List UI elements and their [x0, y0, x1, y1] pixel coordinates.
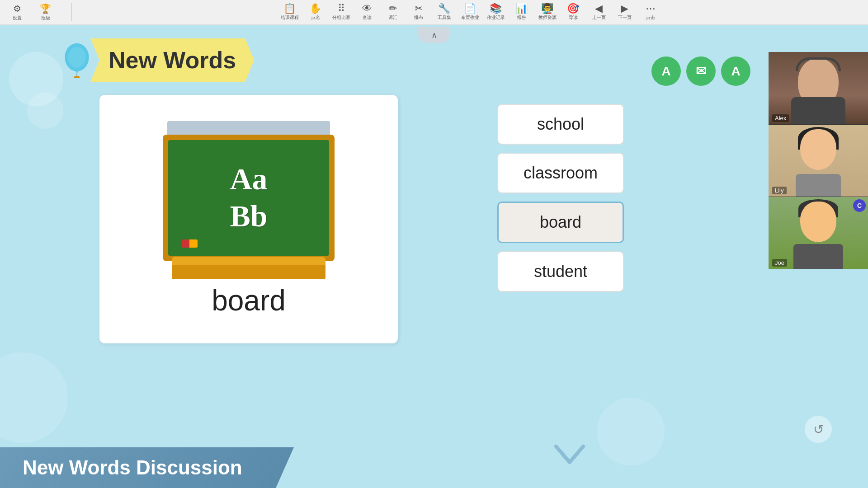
prev-button[interactable]: ◀ 上一页	[586, 1, 611, 23]
prev-icon: ◀	[595, 4, 603, 14]
next-icon: ▶	[621, 4, 628, 14]
video-panels: Alex Lily C Joe	[769, 52, 868, 269]
bottom-banner-text: New Words Discussion	[23, 456, 242, 479]
word-btn-school[interactable]: school	[497, 104, 624, 145]
joe-shirt	[793, 244, 843, 269]
balloon-icon	[59, 42, 95, 78]
read-button[interactable]: 👁 查读	[354, 1, 379, 23]
arrange-label: 排布	[414, 14, 423, 21]
scroll-icon: ↺	[813, 422, 824, 437]
banner-title: New Words	[108, 47, 236, 73]
chalk-eraser	[182, 239, 198, 248]
toolbar-center: 📋 结课课程 ✋ 点名 ⠿ 分组比赛 👁 查读 ✏ 词汇 ✂ 排布 🔧 工具集 …	[76, 1, 863, 23]
deco-circle-3	[0, 352, 68, 443]
arrange-button[interactable]: ✂ 排布	[406, 1, 431, 23]
avatar-label-a1: A	[661, 64, 670, 79]
assign-icon: 📄	[464, 4, 476, 14]
deco-circle-2	[27, 93, 63, 129]
group-icon: ⠿	[338, 4, 345, 14]
alex-headphones	[796, 57, 841, 71]
word-icon: ✏	[389, 4, 397, 14]
level-icon: 🏆	[40, 3, 51, 14]
lily-shirt	[796, 174, 841, 197]
video-panel-joe[interactable]: C Joe	[769, 197, 868, 269]
settings-icon: ⚙	[13, 3, 21, 14]
avatar-user-a1[interactable]: A	[651, 56, 681, 86]
homework-icon: 📚	[490, 4, 502, 14]
lily-face	[800, 129, 836, 170]
chalkboard-scene: AaBb	[163, 121, 335, 279]
lily-label: Lily	[772, 187, 787, 194]
alex-video-bg	[769, 52, 868, 124]
main-area: ∧ New Words AaBb	[0, 25, 868, 488]
read-icon: 👁	[362, 4, 372, 14]
word-btn-classroom[interactable]: classroom	[497, 153, 624, 193]
settings-label: 设置	[13, 15, 22, 21]
svg-rect-4	[74, 76, 80, 78]
group-button[interactable]: ⠿ 分组比赛	[329, 1, 354, 23]
banner-ribbon: New Words	[90, 38, 254, 82]
svg-marker-2	[75, 70, 78, 74]
homework-label: 作业记录	[487, 14, 505, 21]
guide-label: 导读	[569, 14, 578, 21]
course-label: 结课课程	[281, 14, 299, 21]
svg-point-1	[68, 47, 85, 68]
new-words-banner: New Words	[59, 38, 254, 82]
level-label: 报级	[41, 15, 50, 21]
level-button[interactable]: 🏆 报级	[33, 1, 58, 23]
points-label: 点名	[311, 14, 320, 21]
homework-button[interactable]: 📚 作业记录	[483, 1, 508, 23]
teacher-res-button[interactable]: 👨‍🏫 教师资源	[535, 1, 560, 23]
points-button[interactable]: ✋ 点名	[303, 1, 328, 23]
toolbar-left: ⚙ 设置 🏆 报级	[5, 1, 58, 23]
down-arrow-button[interactable]	[552, 442, 588, 474]
video-panel-lily[interactable]: Lily	[769, 124, 868, 197]
video-panel-alex[interactable]: Alex	[769, 52, 868, 124]
teacher-res-label: 教师资源	[538, 14, 557, 21]
avatar-label-a2: A	[731, 64, 740, 79]
avatar-user-a2[interactable]: A	[721, 56, 750, 86]
next-label: 下一页	[618, 14, 632, 21]
scroll-indicator[interactable]: ↺	[805, 416, 832, 443]
word-btn-board[interactable]: board	[497, 202, 624, 243]
course-icon: 📋	[283, 4, 296, 14]
guide-button[interactable]: 🎯 导读	[561, 1, 585, 23]
course-button[interactable]: 📋 结课课程	[277, 1, 302, 23]
deco-circle-4	[597, 398, 665, 465]
settings-button[interactable]: ⚙ 设置	[5, 1, 29, 23]
word-button[interactable]: ✏ 词汇	[380, 1, 405, 23]
assign-button[interactable]: 📄 布置作业	[458, 1, 482, 23]
speaker-badge: C	[853, 199, 866, 212]
collapse-icon: ∧	[431, 30, 437, 40]
report-label: 报告	[517, 14, 526, 21]
toolbar-divider	[71, 3, 72, 21]
flashcard-word: board	[212, 284, 286, 317]
toolbar: ⚙ 设置 🏆 报级 📋 结课课程 ✋ 点名 ⠿ 分组比赛 👁 查读 ✏ 词汇	[0, 0, 868, 25]
desk	[172, 257, 326, 279]
chalkboard-inner: AaBb	[168, 140, 329, 256]
avatar-user-msg[interactable]: ✉	[686, 56, 716, 86]
alex-label: Alex	[772, 114, 789, 122]
guide-icon: 🎯	[567, 4, 579, 14]
teacher-res-icon: 👨‍🏫	[541, 4, 553, 14]
arrange-icon: ✂	[415, 4, 423, 14]
tools-icon: 🔧	[438, 4, 450, 14]
more-button[interactable]: ⋯ 点击	[638, 1, 663, 23]
word-btn-student[interactable]: student	[497, 251, 624, 292]
report-button[interactable]: 📊 报告	[509, 1, 534, 23]
bottom-banner: New Words Discussion	[0, 447, 294, 488]
tools-button[interactable]: 🔧 工具集	[432, 1, 457, 23]
points-icon: ✋	[309, 4, 321, 14]
more-label: 点击	[646, 14, 655, 21]
avatar-label-msg: ✉	[696, 64, 706, 79]
chalkboard-text: AaBb	[230, 161, 267, 235]
more-icon: ⋯	[646, 4, 656, 14]
tools-label: 工具集	[438, 14, 451, 21]
next-button[interactable]: ▶ 下一页	[612, 1, 637, 23]
chalkboard-frame: AaBb	[163, 135, 335, 261]
collapse-button[interactable]: ∧	[418, 27, 450, 43]
flashcard-container[interactable]: AaBb board	[99, 95, 398, 343]
assign-label: 布置作业	[461, 14, 479, 21]
user-avatars: A ✉ A	[651, 56, 750, 86]
prev-label: 上一页	[592, 14, 606, 21]
